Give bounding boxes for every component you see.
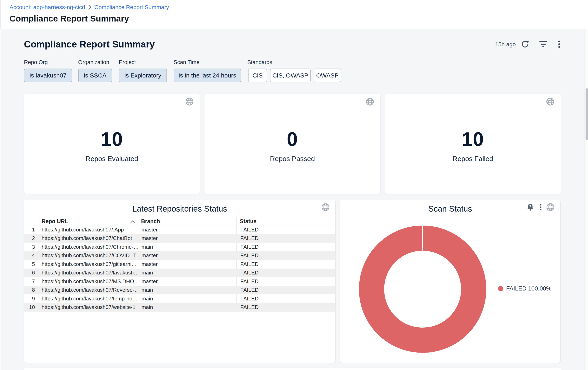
row-branch: main bbox=[138, 244, 237, 250]
globe-icon bbox=[546, 209, 555, 212]
row-status: FAILED bbox=[237, 287, 336, 293]
explore-button-3[interactable] bbox=[546, 97, 555, 106]
row-status: FAILED bbox=[237, 304, 336, 310]
row-branch: master bbox=[138, 227, 237, 233]
stat-label: Repos Passed bbox=[204, 155, 380, 163]
explore-button-1[interactable] bbox=[185, 97, 194, 106]
column-header-branch[interactable]: Branch bbox=[141, 218, 160, 225]
row-branch: main bbox=[138, 287, 237, 293]
globe-icon bbox=[321, 209, 330, 212]
bell-plus-icon bbox=[526, 209, 534, 212]
row-status: FAILED bbox=[237, 244, 336, 250]
row-branch: master bbox=[138, 278, 237, 285]
globe-icon bbox=[546, 104, 555, 107]
stat-label: Repos Failed bbox=[385, 155, 561, 163]
kebab-icon bbox=[537, 208, 544, 211]
row-status: FAILED bbox=[237, 296, 336, 302]
app-header: Account: app-harness-ng-cicd Compliance … bbox=[0, 0, 588, 29]
filter-chip-scan-time[interactable]: is in the last 24 hours bbox=[174, 69, 241, 82]
row-index: 1 bbox=[24, 227, 39, 233]
table-row: 8 https://github.com/lavakush07/Reverse-… bbox=[24, 286, 336, 295]
row-status: FAILED bbox=[237, 227, 336, 233]
row-url: https://github.com/lavakush07/MS.DHO… bbox=[39, 278, 138, 285]
table-row: 1 https://github.com/lavakush07/.App mas… bbox=[24, 225, 336, 234]
row-index: 9 bbox=[24, 296, 39, 302]
stat-value: 10 bbox=[24, 128, 200, 150]
row-url: https://github.com/lavakush07/COVID_T… bbox=[39, 252, 138, 259]
legend-label: FAILED 100.00% bbox=[506, 285, 551, 292]
alerts-button[interactable] bbox=[526, 203, 534, 211]
repos-table-title: Latest Repositories Status bbox=[24, 204, 336, 213]
table-explore-button[interactable] bbox=[321, 202, 330, 212]
sort-asc-icon[interactable] bbox=[130, 220, 135, 223]
row-index: 5 bbox=[24, 261, 39, 267]
row-url: https://github.com/lavakush07/temp-no… bbox=[39, 296, 138, 302]
row-branch: main bbox=[138, 270, 237, 276]
last-refreshed: 15h ago bbox=[495, 41, 516, 48]
stat-value: 10 bbox=[385, 128, 561, 150]
globe-icon bbox=[365, 104, 375, 107]
table-body: 1 https://github.com/lavakush07/.App mas… bbox=[24, 225, 336, 311]
filter-lines-icon bbox=[539, 46, 548, 49]
filter-chip-organization[interactable]: is SSCA bbox=[78, 69, 112, 82]
next-tile-partial bbox=[24, 368, 561, 370]
row-branch: main bbox=[138, 296, 237, 302]
row-url: https://github.com/lavakush07/gitlearni… bbox=[39, 261, 138, 267]
filter-chip-repo-org[interactable]: is lavakush07 bbox=[24, 69, 72, 82]
breadcrumb-account-link[interactable]: Account: app-harness-ng-cicd bbox=[10, 4, 85, 10]
dashboard-more-button[interactable] bbox=[555, 40, 564, 49]
table-row: 2 https://github.com/lavakush07/ChatBot … bbox=[24, 234, 336, 243]
table-row: 4 https://github.com/lavakush07/COVID_T…… bbox=[24, 251, 336, 260]
row-index: 3 bbox=[24, 244, 39, 250]
breadcrumb-chevron-icon bbox=[88, 5, 92, 10]
row-url: https://github.com/lavakush07/lavakush… bbox=[39, 270, 138, 276]
filter-chip-standard-cis-owasp[interactable]: CIS, OWASP bbox=[270, 69, 311, 82]
dashboard-filter-button[interactable] bbox=[539, 40, 548, 49]
row-index: 6 bbox=[24, 270, 39, 276]
row-status: FAILED bbox=[237, 252, 336, 259]
scan-explore-button[interactable] bbox=[546, 202, 555, 212]
filter-label-project: Project bbox=[119, 59, 136, 66]
filter-chip-project[interactable]: is Exploratory bbox=[119, 69, 167, 82]
row-url: https://github.com/lavakush07/Chrome-… bbox=[39, 244, 138, 250]
row-index: 10 bbox=[24, 304, 39, 310]
left-rail bbox=[0, 0, 1, 29]
table-row: 5 https://github.com/lavakush07/gitlearn… bbox=[24, 260, 336, 269]
filter-label-standards: Standards bbox=[247, 59, 272, 66]
donut-slice-seam bbox=[422, 226, 423, 251]
filter-label-repo-org: Repo Org bbox=[24, 59, 48, 66]
filter-chip-standard-cis[interactable]: CIS bbox=[248, 69, 267, 82]
table-row: 9 https://github.com/lavakush07/temp-no…… bbox=[24, 294, 336, 303]
row-url: https://github.com/lavakush07/website-1 bbox=[39, 304, 138, 310]
row-branch: master bbox=[138, 235, 237, 241]
filter-label-organization: Organization bbox=[78, 59, 109, 66]
refresh-button[interactable] bbox=[521, 40, 530, 49]
row-index: 8 bbox=[24, 287, 39, 293]
explore-button-2[interactable] bbox=[365, 97, 375, 106]
row-index: 7 bbox=[24, 278, 39, 285]
table-row: 10 https://github.com/lavakush07/website… bbox=[24, 303, 336, 312]
row-url: https://github.com/lavakush07/.App bbox=[39, 227, 138, 233]
row-branch: main bbox=[138, 304, 237, 310]
table-row: 3 https://github.com/lavakush07/Chrome-…… bbox=[24, 243, 336, 251]
scrollbar bbox=[585, 29, 588, 370]
filter-chip-standard-owasp[interactable]: OWASP bbox=[314, 69, 341, 82]
stat-value: 0 bbox=[204, 128, 380, 150]
table-row: 7 https://github.com/lavakush07/MS.DHO… … bbox=[24, 277, 336, 286]
breadcrumb-current-link[interactable]: Compliance Report Summary bbox=[94, 4, 169, 10]
column-header-status[interactable]: Status bbox=[240, 218, 257, 225]
dashboard-title: Compliance Report Summary bbox=[24, 39, 155, 50]
row-branch: master bbox=[138, 261, 237, 267]
column-header-repo-url[interactable]: Repo URL bbox=[42, 218, 68, 225]
scrollbar-thumb[interactable] bbox=[586, 88, 588, 140]
row-status: FAILED bbox=[237, 235, 336, 241]
legend-item-failed[interactable]: FAILED 100.00% bbox=[498, 285, 551, 292]
scan-more-button[interactable] bbox=[537, 203, 544, 211]
row-index: 2 bbox=[24, 235, 39, 241]
row-url: https://github.com/lavakush07/Reverse-… bbox=[39, 287, 138, 293]
row-url: https://github.com/lavakush07/ChatBot bbox=[39, 235, 138, 241]
legend-dot bbox=[498, 286, 503, 291]
row-status: FAILED bbox=[237, 270, 336, 276]
row-branch: master bbox=[138, 252, 237, 259]
filter-label-scan-time: Scan Time bbox=[174, 59, 200, 66]
